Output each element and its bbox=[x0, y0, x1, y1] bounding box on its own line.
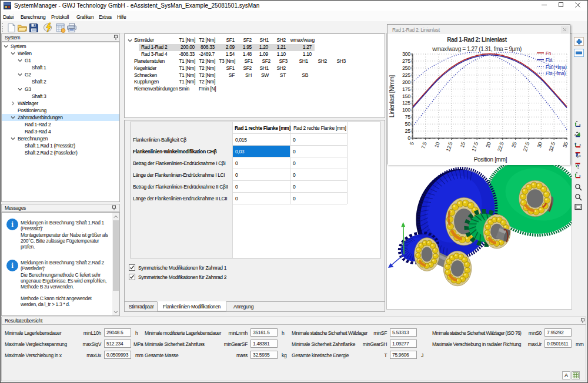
svg-text:22.5: 22.5 bbox=[496, 141, 505, 152]
svg-text:x: x bbox=[579, 174, 581, 177]
svg-text:7.5: 7.5 bbox=[420, 141, 428, 149]
svg-text:x: x bbox=[579, 123, 581, 126]
svg-text:30: 30 bbox=[536, 141, 544, 148]
svg-text:75: 75 bbox=[405, 114, 411, 120]
svg-text:x: x bbox=[579, 154, 581, 157]
svg-text:25: 25 bbox=[510, 141, 518, 148]
svg-text:Fbt-(-fma): Fbt-(-fma) bbox=[546, 70, 566, 76]
svg-text:25: 25 bbox=[405, 128, 411, 134]
svg-text:50: 50 bbox=[405, 121, 411, 127]
svg-text:27.5: 27.5 bbox=[522, 141, 531, 152]
svg-text:125: 125 bbox=[402, 100, 410, 106]
svg-text:275: 275 bbox=[402, 58, 410, 64]
svg-text:Rad 1-Rad 2: Linienlast: Rad 1-Rad 2: Linienlast bbox=[447, 36, 507, 43]
svg-text:15: 15 bbox=[459, 141, 467, 148]
svg-text:175: 175 bbox=[402, 86, 410, 92]
svg-text:12.5: 12.5 bbox=[445, 141, 454, 152]
svg-text:200: 200 bbox=[402, 79, 410, 85]
svg-text:y: y bbox=[577, 166, 579, 170]
svg-text:Linienlast [N/mm]: Linienlast [N/mm] bbox=[389, 75, 395, 117]
svg-text:35: 35 bbox=[562, 141, 569, 148]
svg-text:225: 225 bbox=[402, 72, 410, 78]
svg-text:Fn: Fn bbox=[546, 51, 552, 56]
svg-text:0: 0 bbox=[407, 135, 410, 141]
svg-text:10: 10 bbox=[433, 141, 441, 148]
svg-text:250: 250 bbox=[402, 65, 410, 71]
svg-text:20: 20 bbox=[485, 141, 492, 148]
svg-text:Fbt: Fbt bbox=[546, 57, 553, 63]
svg-text:Position [mm]: Position [mm] bbox=[474, 156, 507, 163]
svg-text:100: 100 bbox=[402, 107, 410, 113]
svg-text:wmax/wavg = 1.27 (1.31, fma =: wmax/wavg = 1.27 (1.31, fma = 9µm) bbox=[432, 46, 522, 52]
svg-text:17.5: 17.5 bbox=[471, 141, 480, 152]
svg-text:150: 150 bbox=[402, 93, 410, 99]
svg-text:32.5: 32.5 bbox=[548, 141, 557, 152]
svg-text:300: 300 bbox=[402, 51, 410, 57]
svg-text:Fbt (+fma): Fbt (+fma) bbox=[546, 64, 567, 70]
svg-text:x: x bbox=[580, 143, 582, 146]
svg-text:5: 5 bbox=[409, 141, 415, 146]
